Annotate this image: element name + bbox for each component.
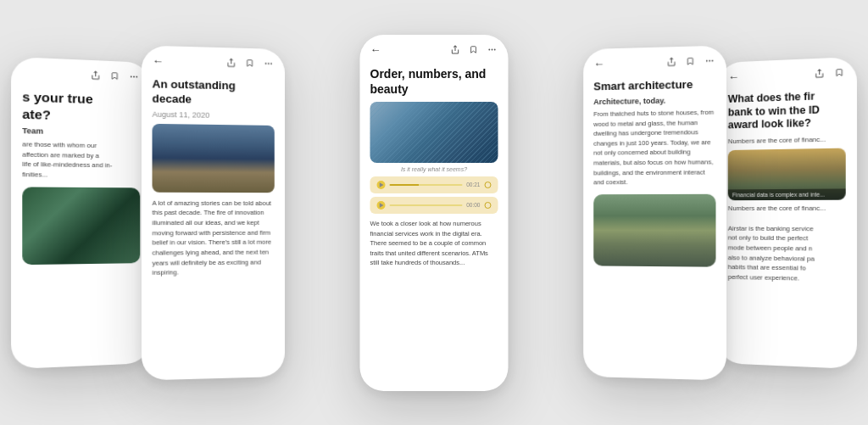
- phone-5-content: What does the fir bank to win the ID awa…: [717, 83, 856, 369]
- phone-4: ←: [583, 45, 726, 380]
- audio-play-icon[interactable]: [377, 181, 386, 189]
- audio-bar-1[interactable]: 00:21: [370, 176, 498, 193]
- phone-5: ← What does the fir bank to win the ID: [717, 56, 856, 368]
- phone-3-image: [370, 102, 498, 163]
- svg-point-17: [712, 59, 714, 61]
- phone-3-body: We took a closer look at how numerous fi…: [370, 219, 498, 268]
- svg-point-9: [488, 48, 490, 50]
- bookmark-icon[interactable]: [108, 69, 121, 81]
- more-icon[interactable]: [704, 54, 716, 67]
- back-arrow-icon[interactable]: ←: [593, 57, 604, 70]
- audio-time-1: 00:21: [466, 182, 480, 187]
- phone-2-title: An outstanding decade: [153, 77, 275, 109]
- audio-end-icon-1: [485, 182, 492, 188]
- phone-5-body: Numbers are the core of financ... Airsta…: [728, 204, 846, 284]
- phone-3-header: ←: [360, 35, 509, 61]
- svg-marker-13: [379, 203, 383, 208]
- svg-point-3: [136, 75, 137, 77]
- phone-2-header-icons: [225, 56, 275, 69]
- phone-2: ←: [142, 45, 285, 380]
- svg-point-16: [709, 59, 710, 61]
- phone-4-image: [593, 193, 715, 266]
- svg-point-7: [270, 63, 272, 64]
- phone-3-caption: Is it really what it seems?: [370, 166, 498, 172]
- audio-track-2: [390, 204, 463, 206]
- phone-3: ←: [360, 35, 509, 391]
- audio-end-icon-2: [485, 202, 492, 209]
- svg-marker-12: [379, 182, 383, 187]
- more-icon[interactable]: [128, 70, 140, 81]
- phone-1-subtitle: Team: [22, 126, 140, 137]
- bookmark-icon[interactable]: [684, 55, 696, 67]
- phone-4-subtitle: Architecture, today.: [593, 95, 715, 106]
- svg-point-15: [706, 59, 708, 61]
- phone-1-title: s your true ate?: [22, 88, 140, 125]
- back-arrow-icon[interactable]: ←: [370, 43, 381, 56]
- phone-1-image: [22, 186, 140, 264]
- more-icon[interactable]: [263, 57, 275, 69]
- phone-2-content: An outstanding decade August 11, 2020 A …: [142, 71, 285, 380]
- audio-time-2: 00:00: [466, 202, 480, 208]
- more-icon[interactable]: [487, 43, 498, 55]
- phone-2-body: A lot of amazing stories can be told abo…: [153, 198, 275, 277]
- phone-4-title: Smart architecture: [593, 77, 715, 94]
- phone-5-banner-text: Financial data is complex and inte...: [732, 191, 841, 198]
- svg-point-5: [265, 62, 267, 64]
- back-arrow-icon[interactable]: ←: [728, 70, 739, 82]
- phone-2-header: ←: [142, 45, 285, 75]
- phone-4-content: Smart architecture Architecture, today. …: [583, 71, 726, 380]
- phone-5-intro: Numbers are the core of financ...: [728, 133, 846, 146]
- phone-3-title: Order, numbers, and beauty: [370, 66, 498, 97]
- audio-bar-2[interactable]: 00:00: [370, 197, 498, 214]
- svg-point-1: [131, 75, 132, 76]
- phone-1: s your true ate? Team are those with who…: [11, 56, 150, 368]
- phone-2-date: August 11, 2020: [153, 109, 275, 120]
- phone-4-header: ←: [583, 45, 726, 75]
- phone-1-header-icons: [89, 68, 140, 81]
- share-icon[interactable]: [449, 43, 461, 55]
- phone-1-body: are those with whom our affection are ma…: [22, 139, 140, 181]
- phone-5-title: What does the fir bank to win the ID awa…: [728, 89, 846, 132]
- share-icon[interactable]: [813, 67, 826, 80]
- phone-1-content: s your true ate? Team are those with who…: [11, 82, 150, 369]
- phone-3-content: Order, numbers, and beauty Is it really …: [360, 61, 509, 391]
- phone-4-body: From thatched huts to stone houses, from…: [593, 107, 715, 187]
- audio-play-icon-2[interactable]: [377, 201, 386, 210]
- svg-point-10: [492, 48, 493, 50]
- share-icon[interactable]: [665, 55, 676, 67]
- phone-5-header-icons: [813, 66, 846, 80]
- phone-5-image: Financial data is complex and inte...: [728, 148, 846, 200]
- bookmark-icon[interactable]: [468, 43, 480, 55]
- bookmark-icon[interactable]: [832, 66, 845, 79]
- phone-3-header-icons: [449, 43, 498, 55]
- bookmark-icon[interactable]: [244, 57, 256, 69]
- phone-5-header: ←: [717, 56, 856, 88]
- phone-2-image: [153, 123, 275, 192]
- svg-point-2: [133, 75, 135, 77]
- back-arrow-icon[interactable]: ←: [153, 53, 164, 66]
- share-icon[interactable]: [89, 68, 102, 81]
- svg-point-6: [268, 63, 270, 64]
- phone-4-header-icons: [665, 54, 715, 68]
- svg-point-11: [494, 48, 496, 50]
- app-scene: s your true ate? Team are those with who…: [0, 0, 868, 425]
- audio-track-1: [390, 184, 463, 186]
- share-icon[interactable]: [225, 56, 236, 68]
